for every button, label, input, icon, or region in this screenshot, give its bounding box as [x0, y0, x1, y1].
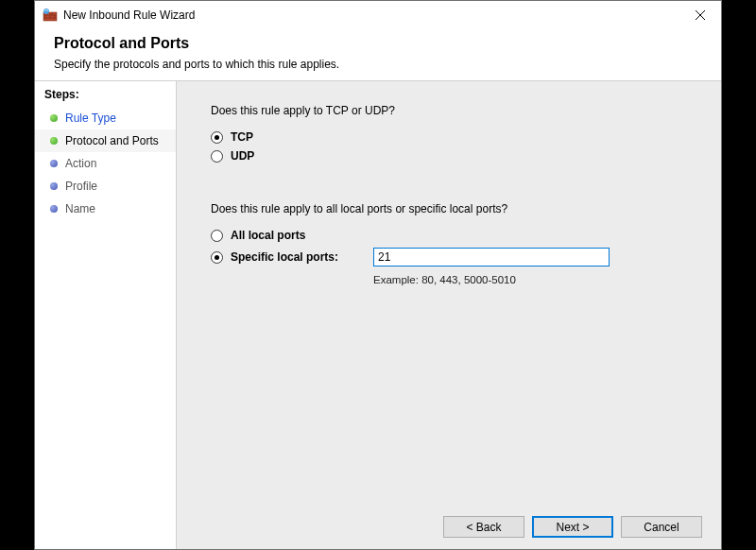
radio-label: TCP: [231, 130, 253, 144]
protocol-question: Does this rule apply to TCP or UDP?: [211, 104, 706, 117]
window-title: New Inbound Rule Wizard: [63, 9, 679, 22]
sidebar-title: Steps:: [35, 85, 176, 107]
page-title: Protocol and Ports: [54, 35, 702, 52]
radio-icon: [211, 150, 223, 163]
step-name[interactable]: Name: [35, 198, 176, 220]
radio-specific-ports[interactable]: Specific local ports:: [211, 250, 373, 264]
close-icon: [696, 10, 705, 20]
ports-example: Example: 80, 443, 5000-5010: [373, 272, 706, 285]
radio-tcp[interactable]: TCP: [211, 130, 706, 144]
specific-ports-input[interactable]: [373, 248, 610, 266]
wizard-body: Steps: Rule Type Protocol and Ports Acti…: [35, 81, 721, 549]
wizard-footer: < Back Next > Cancel: [211, 507, 706, 538]
titlebar: New Inbound Rule Wizard: [35, 1, 721, 29]
protocol-radio-group: TCP UDP: [211, 130, 706, 168]
page-subtitle: Specify the protocols and ports to which…: [54, 58, 702, 71]
wizard-window: New Inbound Rule Wizard Protocol and Por…: [34, 0, 722, 550]
wizard-header: Protocol and Ports Specify the protocols…: [35, 29, 721, 80]
steps-sidebar: Steps: Rule Type Protocol and Ports Acti…: [35, 81, 177, 549]
radio-label: Specific local ports:: [231, 250, 338, 264]
wizard-main: Does this rule apply to TCP or UDP? TCP …: [177, 81, 721, 549]
ports-radio-group: All local ports Specific local ports: Ex…: [211, 229, 706, 285]
close-button[interactable]: [679, 1, 721, 29]
ports-question: Does this rule apply to all local ports …: [211, 202, 706, 215]
step-rule-type[interactable]: Rule Type: [35, 107, 176, 129]
radio-label: UDP: [231, 149, 254, 163]
back-button[interactable]: < Back: [443, 516, 524, 538]
radio-icon: [211, 230, 223, 242]
step-bullet-icon: [50, 182, 58, 190]
step-profile[interactable]: Profile: [35, 175, 176, 198]
step-bullet-icon: [50, 114, 58, 122]
step-action[interactable]: Action: [35, 152, 176, 175]
step-bullet-icon: [50, 205, 58, 213]
step-label: Protocol and Ports: [65, 134, 159, 147]
step-bullet-icon: [50, 137, 58, 145]
svg-point-8: [43, 9, 49, 14]
next-button[interactable]: Next >: [532, 516, 613, 538]
radio-all-ports[interactable]: All local ports: [211, 229, 706, 242]
step-label: Rule Type: [65, 112, 116, 125]
firewall-icon: [43, 8, 58, 23]
step-label: Name: [65, 202, 95, 215]
radio-udp[interactable]: UDP: [211, 149, 706, 163]
step-label: Profile: [65, 180, 97, 193]
step-bullet-icon: [50, 160, 58, 167]
radio-icon: [211, 131, 223, 144]
step-label: Action: [65, 157, 96, 170]
cancel-button[interactable]: Cancel: [621, 516, 702, 538]
radio-icon: [211, 251, 223, 264]
step-protocol-and-ports[interactable]: Protocol and Ports: [35, 129, 176, 152]
radio-label: All local ports: [231, 229, 305, 242]
